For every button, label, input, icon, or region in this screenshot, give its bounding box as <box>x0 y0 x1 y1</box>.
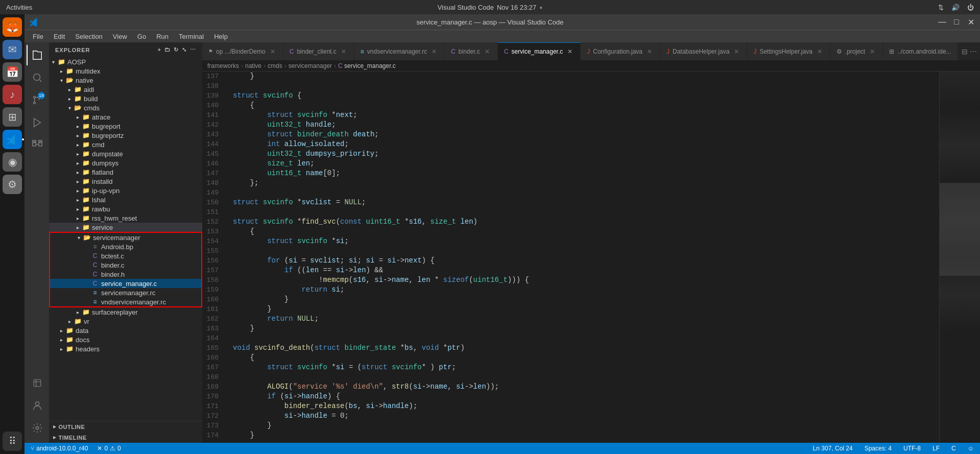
tree-item-servicemanager[interactable]: ▾ 📂 servicemanager <box>50 233 201 242</box>
breadcrumb-native[interactable]: native <box>245 62 261 69</box>
tree-item-native[interactable]: ▾ 📂 native <box>49 76 202 85</box>
statusbar-language[interactable]: C <box>949 443 958 454</box>
statusbar-feedback[interactable]: ☺ <box>966 443 976 454</box>
tab-service-manager-c-close[interactable]: ✕ <box>566 47 574 56</box>
tree-item-binder-h[interactable]: C binder.h <box>50 270 201 279</box>
tab-configuration-java[interactable]: J Configuration.java ✕ <box>581 42 660 60</box>
tree-item-bugreportz[interactable]: ▸ 📁 bugreportz <box>49 131 202 140</box>
tree-item-docs[interactable]: ▸ 📁 docs <box>49 335 202 344</box>
code-editor[interactable]: 1371381391401411421431441451461471481491… <box>202 71 939 443</box>
tree-item-cmds[interactable]: ▾ 📂 cmds <box>49 103 202 112</box>
statusbar-ln-col[interactable]: Ln 307, Col 24 <box>811 443 855 454</box>
breadcrumb-file[interactable]: C service_manager.c <box>338 62 396 69</box>
menu-go[interactable]: Go <box>133 32 150 41</box>
activity-settings[interactable] <box>27 418 47 438</box>
minimize-button[interactable]: — <box>938 18 946 26</box>
tree-root-aosp[interactable]: ▾ 📁 AOSP <box>49 57 202 66</box>
tree-item-rawbu[interactable]: ▸ 📁 rawbu <box>49 204 202 213</box>
statusbar-eol[interactable]: LF <box>930 443 942 454</box>
activity-accounts[interactable] <box>27 395 47 416</box>
tree-item-surfacereplayer[interactable]: ▸ 📁 surfacereplayer <box>49 307 202 317</box>
tree-item-bctest-c[interactable]: C bctest.c <box>50 251 201 260</box>
tab-service-manager-c[interactable]: C service_manager.c ✕ <box>498 42 581 60</box>
vscode-dock-icon[interactable] <box>3 130 22 149</box>
tree-item-cmd[interactable]: ▸ 📁 cmd <box>49 140 202 149</box>
statusbar-spaces[interactable]: Spaces: 4 <box>863 443 894 454</box>
outline-panel-header[interactable]: ▸ OUTLINE <box>49 421 202 432</box>
titlebar-right[interactable]: — □ ✕ <box>938 18 975 26</box>
database-dock-icon[interactable]: ◉ <box>3 152 22 172</box>
code-content[interactable]: } struct svcinfo { { struct svcinfo *nex… <box>228 71 939 440</box>
breadcrumb-frameworks[interactable]: frameworks <box>207 62 239 69</box>
settings-dock-icon[interactable]: ⚙ <box>3 175 22 194</box>
minimap-slider[interactable] <box>940 183 980 276</box>
tree-item-installd[interactable]: ▸ 📁 installd <box>49 177 202 186</box>
breadcrumb-cmds[interactable]: cmds <box>268 62 282 69</box>
breadcrumb-servicemanager[interactable]: servicemanager <box>289 62 332 69</box>
tree-item-ip-up-vpn[interactable]: ▸ 📁 ip-up-vpn <box>49 186 202 195</box>
tab-binderdemo[interactable]: ⚑ op .../BinderDemo ✕ <box>202 42 283 60</box>
apps-dock-icon[interactable]: ⠿ <box>3 432 22 451</box>
statusbar-encoding[interactable]: UTF-8 <box>901 443 923 454</box>
tab-settingshelper-java[interactable]: J SettingsHelper.java ✕ <box>747 42 830 60</box>
new-file-icon[interactable]: + <box>158 46 161 53</box>
tab-configuration-java-close[interactable]: ✕ <box>646 47 654 56</box>
tab-project[interactable]: ⚙ .project ✕ <box>830 42 883 60</box>
activity-search[interactable] <box>27 67 47 88</box>
tab-binderdemo-close[interactable]: ✕ <box>269 47 277 56</box>
tree-item-atrace[interactable]: ▸ 📁 atrace <box>49 112 202 122</box>
tree-item-vndservicemanager-rc[interactable]: ≡ vndservicemanager.rc <box>50 297 201 306</box>
extensions-dock-icon[interactable]: ⊞ <box>3 107 22 127</box>
tab-databasehelper-java[interactable]: J DatabaseHelper.java ✕ <box>660 42 747 60</box>
split-editor-icon[interactable]: ⊟ <box>962 47 968 56</box>
mail-dock-icon[interactable]: ✉ <box>3 40 22 59</box>
menu-help[interactable]: Help <box>210 32 232 41</box>
tree-item-vr[interactable]: ▸ 📁 vr <box>49 317 202 326</box>
tree-item-servicemanager-rc[interactable]: ≡ servicemanager.rc <box>50 288 201 297</box>
tab-project-close[interactable]: ✕ <box>868 47 876 56</box>
tree-item-android-bp[interactable]: ≡ Android.bp <box>50 242 201 251</box>
tree-item-headers[interactable]: ▸ 📁 headers <box>49 344 202 353</box>
tree-item-bugreport[interactable]: ▸ 📁 bugreport <box>49 122 202 131</box>
activity-files[interactable] <box>27 45 47 65</box>
calendar-dock-icon[interactable]: 📅 <box>3 62 22 82</box>
close-button[interactable]: ✕ <box>967 18 975 26</box>
statusbar-branch[interactable]: ⑂ android-10.0.0_r40 <box>29 443 90 454</box>
tab-binder-c-close[interactable]: ✕ <box>483 47 491 56</box>
tree-item-data[interactable]: ▸ 📁 data <box>49 326 202 335</box>
tree-item-aidl[interactable]: ▸ 📁 aidl <box>49 85 202 94</box>
refresh-icon[interactable]: ↻ <box>174 46 179 53</box>
tree-item-service[interactable]: ▸ 📁 service <box>49 223 202 232</box>
menu-terminal[interactable]: Terminal <box>175 32 208 41</box>
activity-run[interactable] <box>27 112 47 133</box>
tab-settingshelper-java-close[interactable]: ✕ <box>816 47 824 56</box>
menu-edit[interactable]: Edit <box>50 32 69 41</box>
tree-item-rss_hwm_reset[interactable]: ▸ 📁 rss_hwm_reset <box>49 213 202 223</box>
timeline-panel-header[interactable]: ▸ TIMELINE <box>49 432 202 443</box>
tab-binder-client-c-close[interactable]: ✕ <box>340 47 348 56</box>
menu-file[interactable]: File <box>29 32 47 41</box>
tree-item-multidex[interactable]: ▸ 📁 multidex <box>49 66 202 76</box>
activity-source-control[interactable]: 18 <box>27 90 47 110</box>
activity-extensions[interactable] <box>27 135 47 155</box>
music-dock-icon[interactable]: ♪ <box>3 85 22 104</box>
tab-binder-c[interactable]: C binder.c ✕ <box>445 42 498 60</box>
tab-databasehelper-java-close[interactable]: ✕ <box>732 47 740 56</box>
activity-remote[interactable] <box>27 373 47 393</box>
menu-run[interactable]: Run <box>152 32 173 41</box>
menu-view[interactable]: View <box>109 32 131 41</box>
statusbar-errors[interactable]: ✕ 0 ⚠ 0 <box>95 443 123 454</box>
menu-selection[interactable]: Selection <box>71 32 106 41</box>
tab-binder-client-c[interactable]: C binder_client.c ✕ <box>283 42 354 60</box>
tree-item-build[interactable]: ▸ 📁 build <box>49 94 202 103</box>
more-tabs-icon[interactable]: ⋯ <box>970 47 977 56</box>
tab-vndservicemanager-rc[interactable]: ≡ vndservicemanager.rc ✕ <box>354 42 445 60</box>
tab-vndservicemanager-rc-close[interactable]: ✕ <box>430 47 438 56</box>
tab-com-android-ide[interactable]: ⊞ ../com.android.ide... <box>883 42 958 60</box>
tree-item-service-manager-c[interactable]: C service_manager.c <box>50 279 201 288</box>
maximize-button[interactable]: □ <box>952 18 961 26</box>
firefox-dock-icon[interactable]: 🦊 <box>3 17 22 37</box>
activities-label[interactable]: Activities <box>6 4 32 11</box>
tree-item-dumpstate[interactable]: ▸ 📁 dumpstate <box>49 149 202 158</box>
more-actions-icon[interactable]: ⋯ <box>190 46 196 53</box>
